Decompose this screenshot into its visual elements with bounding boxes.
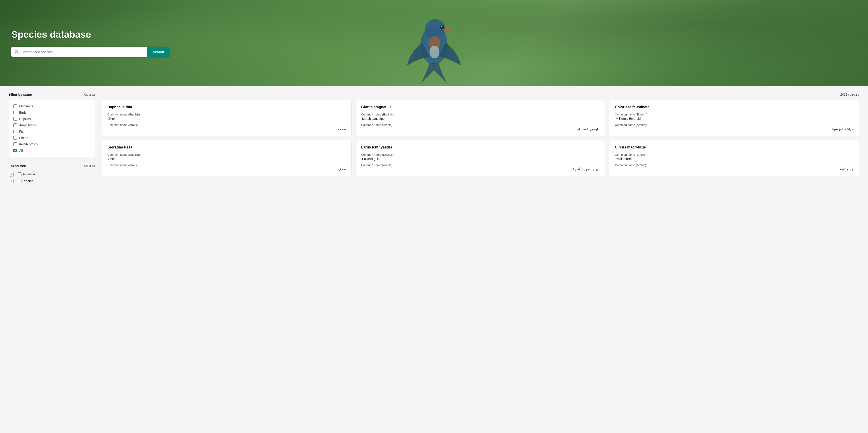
taxon-tree-item-plantae: +..Plantae: [9, 178, 95, 184]
taxon-tree-clear-all-button[interactable]: Clear all: [84, 164, 95, 167]
common-name-arabic-value: فراشة الفوستيناتا: [615, 127, 853, 131]
taxon-checkbox-fish[interactable]: [13, 130, 17, 133]
tree-label-animalia: Animalia: [23, 173, 35, 176]
common-name-english-value: Pallas's gull: [361, 157, 600, 161]
taxon-option-fish[interactable]: Fish: [13, 128, 91, 135]
taxon-checkbox-reptiles[interactable]: [13, 117, 17, 121]
tree-indent-dots: ..: [15, 180, 17, 183]
species-scientific-name: Serratina fissa: [107, 145, 346, 149]
species-scientific-name: Larus ichthyaetus: [361, 145, 600, 149]
hero-section: Species database Search: [0, 0, 868, 86]
taxon-option-invertebrates[interactable]: Invertebrates: [13, 141, 91, 147]
svg-point-3: [441, 26, 442, 27]
species-card[interactable]: Chlorissa faustinataCommon name (English…: [609, 100, 859, 136]
taxon-label-invertebrates: Invertebrates: [19, 143, 38, 146]
common-name-english-value: Millière's Emerald: [615, 117, 853, 120]
taxon-checkboxes-list: MammalsBirdsReptilesAmphibiansFishPlants…: [13, 103, 91, 154]
common-name-arabic-label: Common name (Arabic):: [107, 163, 346, 167]
svg-line-9: [17, 53, 18, 53]
common-name-english-label: Common name (English):: [361, 113, 600, 116]
search-button[interactable]: Search: [147, 47, 169, 57]
common-name-english-label: Common name (English):: [107, 153, 346, 156]
species-scientific-name: Circus macrourus: [615, 145, 853, 149]
svg-point-2: [440, 25, 444, 29]
taxon-label-birds: Birds: [19, 111, 26, 114]
tree-checkbox-animalia[interactable]: [18, 173, 22, 176]
common-name-arabic-label: Common name (Arabic):: [361, 163, 600, 167]
taxon-option-plants[interactable]: Plants: [13, 135, 91, 141]
svg-point-5: [430, 45, 439, 58]
species-card[interactable]: Daphnella thiaCommon name (English):Shel…: [102, 100, 351, 136]
filter-clear-all-button[interactable]: Clear all: [84, 93, 95, 96]
taxon-label-amphibians: Amphibians: [19, 123, 36, 127]
common-name-arabic-value: صدف: [107, 127, 346, 131]
taxon-tree-item-animalia: +..Animalia: [9, 171, 95, 178]
common-name-english-value: Pallid harrier: [615, 157, 853, 161]
common-name-english-label: Common name (English):: [361, 153, 600, 156]
taxon-tree-header: Taxon tree Clear all: [9, 164, 95, 168]
taxon-label-fish: Fish: [19, 130, 25, 133]
filter-by-taxon-title: Filter by taxon: [9, 93, 32, 96]
taxon-option-reptiles[interactable]: Reptiles: [13, 116, 91, 122]
common-name-arabic-label: Common name (Arabic):: [615, 163, 853, 167]
species-section: 2413 species Daphnella thiaCommon name (…: [102, 93, 859, 426]
taxon-option-birds[interactable]: Birds: [13, 110, 91, 116]
taxon-checkbox-plants[interactable]: [13, 136, 17, 140]
common-name-arabic-value: مرزة باهتة: [615, 167, 853, 171]
common-name-arabic-value: طيطوي المستنقع: [361, 127, 600, 131]
tree-indent-dots: ..: [15, 173, 17, 176]
taxon-tree-title: Taxon tree: [9, 164, 26, 168]
taxon-checkbox-invertebrates[interactable]: [13, 143, 17, 146]
common-name-english-label: Common name (English):: [615, 113, 853, 116]
common-name-arabic-value: صدف: [107, 167, 346, 171]
species-card[interactable]: Circus macrourusCommon name (English):Pa…: [609, 140, 859, 176]
taxon-option-amphibians[interactable]: Amphibians: [13, 122, 91, 128]
common-name-english-label: Common name (English):: [615, 153, 853, 156]
expand-btn-plantae[interactable]: +: [9, 179, 13, 183]
taxon-label-reptiles: Reptiles: [19, 117, 31, 121]
species-grid: Daphnella thiaCommon name (English):Shel…: [102, 100, 859, 176]
species-count: 2413 species: [840, 93, 859, 96]
species-card[interactable]: Larus ichthyaetusCommon name (English):P…: [355, 140, 605, 176]
taxon-tree-list: +..Animalia+..Plantae: [9, 171, 95, 184]
taxon-label-plants: Plants: [19, 136, 28, 140]
taxon-option-all[interactable]: All: [13, 147, 91, 154]
species-scientific-name: Daphnella thia: [107, 105, 346, 109]
search-icon: [11, 50, 22, 54]
taxon-label-mammals: Mammals: [19, 104, 33, 108]
filter-by-taxon-section: Filter by taxon Clear all MammalsBirdsRe…: [9, 93, 95, 157]
taxon-label-all: All: [19, 149, 23, 152]
taxon-checkbox-mammals[interactable]: [13, 104, 17, 108]
common-name-english-value: Shell: [107, 117, 346, 120]
common-name-arabic-value: نورس أسود الرأس كبير: [361, 167, 600, 171]
common-name-english-value: Shell: [107, 157, 346, 161]
species-header: 2413 species: [102, 93, 859, 96]
bird-illustration: [400, 0, 468, 86]
taxon-tree-section: Taxon tree Clear all +..Animalia+..Plant…: [9, 164, 95, 184]
common-name-arabic-label: Common name (Arabic):: [361, 123, 600, 127]
species-scientific-name: Glottis stagnatilis: [361, 105, 600, 109]
taxon-checkbox-amphibians[interactable]: [13, 123, 17, 127]
common-name-english-value: Marsh sandpiper: [361, 117, 600, 120]
expand-btn-animalia[interactable]: +: [9, 172, 13, 177]
sidebar: Filter by taxon Clear all MammalsBirdsRe…: [9, 93, 95, 426]
search-bar: Search: [11, 47, 169, 57]
taxon-filter-box: MammalsBirdsReptilesAmphibiansFishPlants…: [9, 100, 95, 157]
taxon-checkbox-all[interactable]: [13, 149, 17, 152]
common-name-arabic-label: Common name (Arabic):: [107, 123, 346, 127]
species-card[interactable]: Glottis stagnatilisCommon name (English)…: [355, 100, 605, 136]
taxon-checkbox-birds[interactable]: [13, 111, 17, 114]
search-input[interactable]: [22, 47, 147, 57]
species-scientific-name: Chlorissa faustinata: [615, 105, 853, 109]
filter-header: Filter by taxon Clear all: [9, 93, 95, 96]
tree-checkbox-plantae[interactable]: [18, 179, 22, 183]
page-title: Species database: [11, 29, 857, 40]
common-name-english-label: Common name (English):: [107, 113, 346, 116]
common-name-arabic-label: Common name (Arabic):: [615, 123, 853, 127]
species-card[interactable]: Serratina fissaCommon name (English):She…: [102, 140, 351, 176]
main-content: Filter by taxon Clear all MammalsBirdsRe…: [0, 86, 868, 433]
tree-label-plantae: Plantae: [23, 179, 33, 183]
taxon-option-mammals[interactable]: Mammals: [13, 103, 91, 110]
